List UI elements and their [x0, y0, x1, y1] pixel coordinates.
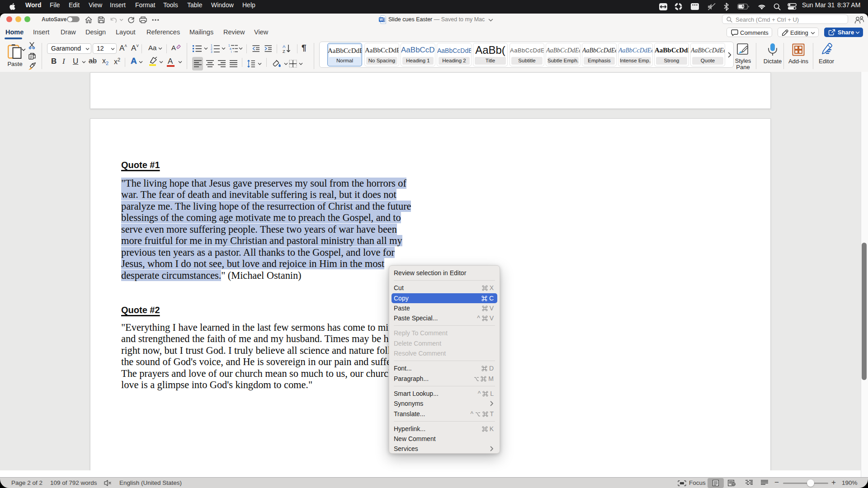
svg-text:1: 1	[228, 44, 230, 47]
svg-text:a: a	[230, 47, 231, 50]
svg-text:2: 2	[211, 47, 212, 50]
svg-text:i: i	[231, 50, 231, 53]
svg-text:Z: Z	[283, 49, 285, 54]
svg-text:A: A	[283, 44, 286, 49]
svg-text:3: 3	[211, 50, 212, 53]
svg-text:W: W	[379, 18, 383, 22]
svg-text:1: 1	[211, 44, 212, 47]
